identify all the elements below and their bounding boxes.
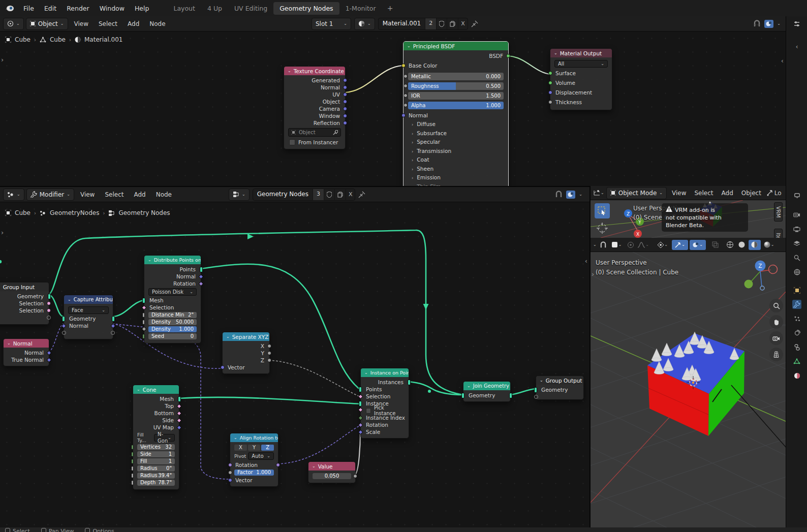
select-box-tool-icon[interactable]	[595, 203, 610, 218]
sidebar-tab-item[interactable]: Ite	[774, 229, 783, 238]
geo-menu-add[interactable]: Add	[130, 189, 149, 200]
socket-normal[interactable]	[343, 85, 347, 89]
node-cone[interactable]: ⌄Cone Mesh Top Bottom Side UV Map Fill T…	[133, 385, 179, 490]
shader-menu-view[interactable]: View	[70, 18, 92, 29]
socket-vertices[interactable]	[131, 445, 134, 450]
node-header[interactable]: ⌄Group Input	[0, 283, 49, 291]
socket-normal-in[interactable]	[61, 323, 67, 328]
socket-distance-min[interactable]	[142, 312, 145, 318]
fake-user-shield-icon[interactable]	[436, 18, 447, 29]
socket-pick-instance[interactable]	[358, 408, 363, 413]
socket-selection-in[interactable]	[358, 394, 363, 399]
socket-value-out[interactable]	[353, 474, 357, 478]
node-tree-name[interactable]: Geometry Nodes	[253, 189, 313, 200]
workspace-tab-layout[interactable]: Layout	[167, 2, 201, 15]
shader-menu-node[interactable]: Node	[145, 18, 169, 29]
new-material-copy-icon[interactable]	[447, 18, 458, 29]
unlink-material-icon[interactable]: X	[458, 18, 468, 29]
shader-menu-add[interactable]: Add	[123, 18, 143, 29]
node-header[interactable]: ⌄Align Rotation to V...	[230, 433, 278, 442]
node-header[interactable]: ⌄Group Output	[536, 376, 583, 385]
ior-slider[interactable]: IOR1.500	[408, 92, 504, 100]
show-gizmo-dropdown[interactable]: ⌄	[655, 240, 670, 250]
node-group-input[interactable]: ⌄Group Input Geometry Selection Selectio…	[0, 282, 49, 325]
node-tree-user-count[interactable]: 3	[313, 189, 324, 200]
toggle-ortho-grid-icon[interactable]	[769, 348, 783, 361]
browse-node-tree-icon[interactable]: ⌄	[229, 189, 250, 201]
node-header[interactable]: ⌄Join Geometry	[463, 382, 510, 390]
proportional-editing-icon[interactable]	[626, 240, 636, 250]
unlink-tree-icon[interactable]: X	[346, 189, 355, 200]
node-header[interactable]: ⌄Value	[308, 462, 355, 471]
seed-field[interactable]: Seed0	[148, 333, 197, 339]
node-header[interactable]: ⌄Principled BSDF	[404, 42, 508, 50]
socket-normal-out[interactable]	[47, 350, 52, 355]
node-capture-attribute[interactable]: ⌄Capture Attribute Face⌄ Geometry Normal	[64, 295, 113, 339]
socket-depth[interactable]	[131, 480, 134, 485]
value-field[interactable]: 0.050	[313, 473, 351, 479]
blender-logo-icon[interactable]	[5, 5, 14, 12]
snapping-magnet-icon[interactable]	[555, 191, 563, 198]
radius-bottom-field[interactable]: Radius ...39.4"	[137, 473, 175, 479]
socket-virtual[interactable]	[62, 331, 66, 335]
socket-geometry-in[interactable]	[534, 387, 537, 393]
menu-help[interactable]: Help	[130, 2, 154, 15]
socket-factor[interactable]	[228, 471, 232, 475]
view-layer-properties-icon[interactable]	[792, 239, 801, 248]
socket-virtual[interactable]	[111, 331, 115, 335]
shading-material-preview-icon[interactable]	[749, 240, 761, 250]
output-properties-icon[interactable]	[792, 225, 801, 234]
geo-menu-select[interactable]: Select	[101, 189, 128, 200]
socket-mesh-out[interactable]	[178, 396, 181, 402]
socket-density-factor[interactable]	[142, 327, 147, 332]
material-user-count[interactable]: 2	[425, 18, 436, 29]
proportional-falloff-icon[interactable]: ⌄	[637, 240, 649, 250]
socket-fill-segments[interactable]	[131, 459, 134, 464]
vp-menu-view[interactable]: View	[669, 187, 689, 199]
socket-uv-map-out[interactable]	[177, 425, 182, 430]
socket-instance-in[interactable]	[359, 401, 362, 406]
pick-instance-checkbox[interactable]	[366, 408, 371, 414]
node-distribute-points-on-faces[interactable]: ⌄Distribute Points on Faces Points Norma…	[144, 255, 201, 343]
alpha-slider[interactable]: Alpha1.000	[408, 102, 504, 109]
axis-x-button[interactable]: X	[234, 445, 247, 451]
socket-geometry-out[interactable]	[112, 316, 115, 322]
node-header[interactable]: ⌄Instance on Points	[361, 368, 409, 377]
section-thin-film[interactable]: ›Thin Film	[404, 182, 508, 186]
overlays-toggle-icon[interactable]: ⌄	[690, 240, 706, 250]
editor-type-shader-icon[interactable]: ⌄	[3, 18, 24, 30]
socket-side-out[interactable]	[177, 418, 182, 423]
socket-ior[interactable]	[404, 93, 408, 98]
workspace-tab-geometry-nodes[interactable]: Geometry Nodes	[273, 2, 339, 15]
object-data-properties-icon[interactable]	[792, 357, 801, 366]
socket-selection-in[interactable]	[142, 305, 147, 310]
depth-field[interactable]: Depth78.7"	[137, 480, 175, 486]
socket-bottom-out[interactable]	[177, 411, 182, 416]
section-specular[interactable]: ›Specular	[404, 138, 508, 147]
socket-generated[interactable]	[343, 78, 347, 82]
socket-normal-input[interactable]	[401, 113, 406, 117]
node-normal[interactable]: ⌄Normal Normal True Normal	[3, 338, 49, 366]
overlays-toggle-icon[interactable]	[764, 20, 773, 28]
socket-selection-out[interactable]	[47, 301, 51, 305]
socket-rotation-in[interactable]	[228, 463, 232, 467]
node-header[interactable]: ⌄Distribute Points on Faces	[144, 256, 201, 264]
pick-instance-row[interactable]: Pick Instance	[361, 407, 409, 414]
browse-material-icon[interactable]: ⌄	[354, 18, 375, 30]
socket-selection-out[interactable]	[47, 308, 51, 312]
camera-view-icon[interactable]	[769, 331, 783, 345]
geo-menu-view[interactable]: View	[76, 189, 99, 200]
pan-view-hand-icon[interactable]	[769, 315, 783, 329]
capture-domain-dropdown[interactable]: Face⌄	[68, 306, 109, 314]
section-diffuse[interactable]: ›Diffuse	[404, 120, 508, 129]
zoom-view-icon[interactable]	[769, 299, 783, 312]
menu-edit[interactable]: Edit	[39, 2, 61, 15]
section-subsurface[interactable]: ›Subsurface	[404, 129, 508, 138]
chevron-down-icon[interactable]: ⌄	[777, 21, 781, 26]
menu-window[interactable]: Window	[95, 2, 130, 15]
chevron-down-icon[interactable]: ⌄	[593, 242, 597, 247]
section-sheen[interactable]: ›Sheen	[404, 165, 508, 174]
scene-properties-icon[interactable]	[792, 253, 801, 262]
socket-geometry-out[interactable]	[509, 393, 512, 398]
snap-target-dropdown[interactable]: ⌄	[610, 240, 624, 250]
